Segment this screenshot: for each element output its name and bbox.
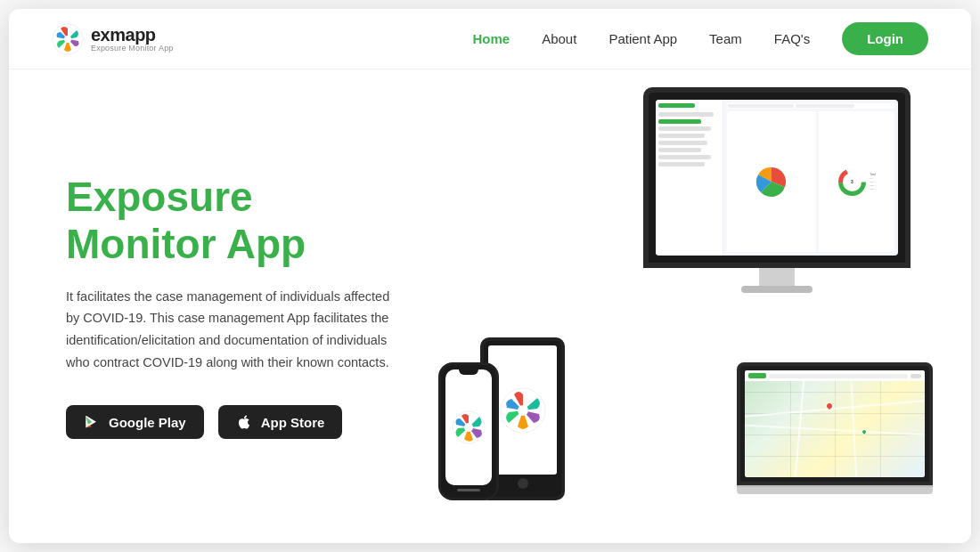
nav-patient-app[interactable]: Patient App	[608, 31, 677, 46]
phone-device	[438, 362, 499, 500]
svg-text:3: 3	[851, 179, 853, 184]
apple-icon	[236, 414, 252, 430]
browser-frame: exmapp Exposure Monitor App Home About P…	[9, 9, 971, 543]
nav-links: Home About Patient App Team FAQ's Login	[472, 22, 928, 55]
hero-description: It facilitates the case management of in…	[66, 286, 396, 374]
nav-faq[interactable]: FAQ's	[774, 31, 810, 46]
nav-about[interactable]: About	[542, 31, 576, 46]
desktop-screen: 3 Total 14 ... 33% ... 33% ... 33% ...	[643, 87, 911, 268]
logo-text: exmapp Exposure Monitor App	[91, 25, 174, 53]
app-store-button[interactable]: App Store	[218, 405, 343, 439]
devices-illustration: 3 Total 14 ... 33% ... 33% ... 33% ...	[422, 69, 928, 543]
svg-point-1	[64, 36, 71, 43]
laptop-device	[737, 362, 933, 494]
logo-name: exmapp	[91, 25, 174, 45]
hero-title: Exposure Monitor App	[66, 174, 422, 268]
nav-team[interactable]: Team	[709, 31, 742, 46]
desktop-screen-content: 3 Total 14 ... 33% ... 33% ... 33% ...	[656, 100, 898, 256]
hero-content: Exposure Monitor App It facilitates the …	[66, 174, 422, 439]
login-button[interactable]: Login	[842, 22, 928, 55]
logo-icon	[52, 23, 84, 55]
svg-point-11	[464, 423, 473, 432]
hero-section: Exposure Monitor App It facilitates the …	[9, 69, 971, 543]
google-play-button[interactable]: Google Play	[66, 405, 204, 439]
svg-point-8	[518, 405, 528, 416]
store-buttons: Google Play App Store	[66, 405, 422, 439]
logo-subtitle: Exposure Monitor App	[91, 45, 174, 53]
nav-home[interactable]: Home	[472, 31, 510, 46]
desktop-device: 3 Total 14 ... 33% ... 33% ... 33% ...	[643, 87, 911, 293]
play-store-icon	[84, 414, 100, 430]
logo[interactable]: exmapp Exposure Monitor App	[52, 23, 174, 55]
navbar: exmapp Exposure Monitor App Home About P…	[9, 9, 971, 69]
